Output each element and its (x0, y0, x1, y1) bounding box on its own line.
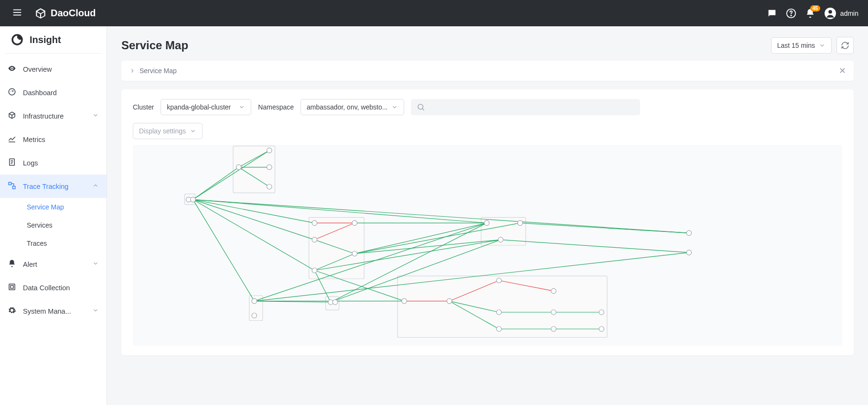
svg-point-91 (599, 310, 604, 315)
svg-line-35 (193, 199, 314, 270)
svg-line-48 (520, 223, 689, 233)
sidebar-item-label: System Mana... (23, 307, 71, 315)
sidebar-item-overview[interactable]: Overview (0, 57, 107, 81)
svg-point-77 (312, 268, 317, 273)
content-panel: Cluster kpanda-global-cluster Namespace … (121, 89, 854, 355)
close-icon[interactable]: ✕ (839, 66, 846, 76)
chevron-down-icon (92, 112, 99, 120)
svg-point-70 (236, 164, 241, 170)
search-input[interactable] (411, 99, 640, 115)
sidebar-item-infrastructure[interactable]: Infrastructure (0, 104, 107, 128)
svg-line-49 (501, 240, 689, 252)
chevron-down-icon (819, 42, 825, 49)
svg-point-82 (252, 313, 257, 318)
svg-point-9 (11, 68, 13, 69)
breadcrumb-item[interactable]: Service Map (139, 67, 177, 75)
sidebar-item-label: Logs (23, 159, 38, 167)
svg-point-92 (496, 327, 502, 332)
svg-point-79 (518, 220, 523, 226)
sidebar-item-dashboard[interactable]: Dashboard (0, 81, 107, 104)
svg-line-37 (193, 199, 254, 301)
svg-point-87 (496, 278, 502, 283)
chevron-right-icon (129, 67, 136, 74)
chevron-down-icon (92, 260, 99, 268)
namespace-label: Namespace (258, 103, 294, 111)
chevron-down-icon (391, 104, 398, 110)
svg-point-90 (551, 310, 557, 315)
svg-point-69 (267, 148, 272, 153)
sidebar-item-logs[interactable]: Logs (0, 151, 107, 175)
help-icon (786, 8, 796, 19)
cube-icon (34, 7, 47, 20)
cluster-label: Cluster (133, 103, 154, 111)
collect-icon (8, 283, 16, 293)
sidebar-subitem-services[interactable]: Services (0, 216, 107, 234)
avatar-icon (824, 7, 836, 20)
brand-name: DaoCloud (51, 8, 96, 19)
svg-point-78 (484, 220, 489, 226)
page-title: Service Map (121, 39, 188, 52)
sidebar-item-label: Overview (23, 66, 52, 73)
svg-rect-16 (13, 186, 15, 189)
svg-point-74 (352, 220, 357, 226)
app-header: DaoCloud 45 admin (0, 0, 868, 26)
sidebar-item-system-mana-[interactable]: System Mana... (0, 299, 107, 323)
cluster-select[interactable]: kpanda-global-cluster (161, 99, 251, 115)
svg-point-68 (191, 197, 196, 202)
sidebar-item-data-collection[interactable]: Data Collection (0, 276, 107, 299)
svg-point-96 (686, 250, 692, 255)
svg-line-20 (422, 109, 424, 110)
sidebar-item-alert[interactable]: Alert (0, 252, 107, 276)
sidebar-item-trace-tracking[interactable]: Trace Tracking (0, 175, 107, 198)
insight-icon (11, 34, 23, 45)
service-map-canvas[interactable] (133, 145, 842, 346)
svg-point-94 (599, 327, 604, 332)
chevron-down-icon (238, 104, 245, 110)
svg-point-76 (352, 251, 357, 256)
namespace-select[interactable]: ambassador, onv, websto... (300, 99, 404, 115)
svg-line-45 (354, 223, 486, 253)
svg-point-8 (16, 38, 19, 41)
help-button[interactable] (786, 8, 796, 19)
svg-line-29 (193, 167, 239, 200)
display-settings-select[interactable]: Display settings (133, 123, 203, 139)
search-icon (417, 103, 425, 111)
breadcrumb: Service Map ✕ (121, 61, 854, 81)
sidebar: Insight OverviewDashboardInfrastructureM… (0, 26, 107, 405)
sidebar-subitem-service-map[interactable]: Service Map (0, 198, 107, 216)
notification-badge: 45 (810, 5, 820, 11)
svg-point-6 (828, 10, 832, 13)
hamburger-menu-button[interactable] (10, 5, 25, 22)
sidebar-item-label: Infrastructure (23, 112, 64, 120)
brand-logo[interactable]: DaoCloud (34, 7, 96, 20)
svg-point-86 (447, 298, 452, 304)
user-menu[interactable]: admin (824, 7, 858, 20)
trace-icon (8, 181, 16, 191)
svg-rect-15 (9, 182, 11, 185)
refresh-button[interactable] (836, 37, 854, 54)
time-range-select[interactable]: Last 15 mins (771, 37, 832, 54)
svg-line-38 (193, 199, 689, 233)
message-icon (767, 8, 777, 19)
svg-point-73 (312, 220, 317, 226)
svg-point-4 (791, 15, 791, 15)
gear-icon (8, 306, 16, 316)
sidebar-item-metrics[interactable]: Metrics (0, 128, 107, 151)
svg-point-19 (418, 104, 423, 109)
messages-button[interactable] (767, 8, 777, 19)
user-name: admin (840, 10, 858, 17)
svg-point-80 (498, 237, 504, 242)
chart-icon (8, 134, 16, 144)
svg-rect-18 (11, 285, 13, 288)
refresh-icon (841, 41, 849, 50)
chevron-up-icon (92, 182, 99, 190)
gauge-icon (8, 88, 16, 98)
app-title[interactable]: Insight (5, 26, 102, 54)
sidebar-item-label: Data Collection (23, 284, 70, 292)
sidebar-item-label: Alert (23, 261, 37, 268)
sidebar-subitem-traces[interactable]: Traces (0, 234, 107, 252)
svg-rect-27 (397, 276, 607, 337)
notifications-button[interactable]: 45 (805, 8, 815, 19)
main-content: Service Map Last 15 mins Service Map ✕ C… (107, 26, 868, 405)
bell-icon (8, 259, 16, 269)
